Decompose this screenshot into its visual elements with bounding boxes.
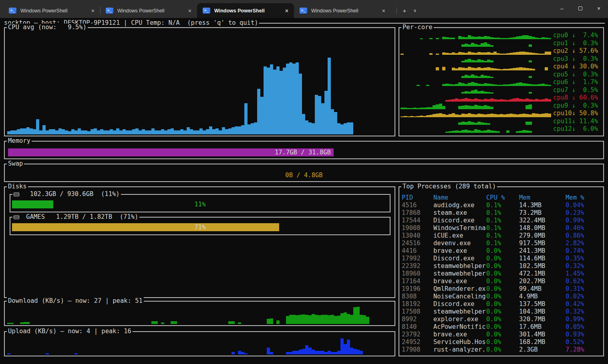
- process-mem: 917.5MB: [519, 240, 566, 247]
- chart-bar: [289, 62, 292, 134]
- chart-bar: [487, 106, 490, 109]
- chart-bar: [490, 92, 493, 94]
- chart-bar: [238, 126, 241, 134]
- disk-icon: [14, 215, 19, 219]
- chart-bar: [481, 114, 484, 117]
- chart-bar: [458, 67, 461, 70]
- chart-bar: [452, 131, 455, 133]
- chart-bar: [471, 106, 474, 109]
- chart-bar: [107, 130, 110, 134]
- chart-bar: [532, 69, 535, 70]
- chart-bar: [461, 52, 465, 55]
- chart-bar: [461, 99, 465, 102]
- chart-bar: [474, 44, 477, 47]
- process-mem: 148.0MB: [519, 224, 566, 232]
- chart-bar: [14, 130, 17, 134]
- tab-windows-powershell[interactable]: >_ Windows PowerShell ×: [3, 3, 100, 18]
- chart-bar: [487, 36, 490, 39]
- tab-windows-powershell[interactable]: >_ Windows PowerShell ×: [294, 3, 391, 18]
- powershell-icon: >_: [106, 8, 113, 14]
- col-memp: Mem %: [566, 194, 602, 202]
- chart-bar: [228, 321, 232, 324]
- chart-bar: [340, 338, 344, 354]
- process-row: 8140 AcPowerNotific 0.0% 17.6MB 0.05%: [402, 323, 602, 331]
- chart-bar: [468, 35, 471, 39]
- chart-bar: [516, 68, 519, 70]
- process-pid: 24516: [402, 240, 433, 247]
- chart-bar: [449, 131, 452, 133]
- tab-close-icon[interactable]: ×: [187, 8, 193, 14]
- process-pid: 19008: [402, 224, 433, 232]
- process-mem-percent: 0.93%: [566, 331, 602, 338]
- chart-bar: [148, 130, 151, 134]
- process-mem: 202.7MB: [519, 278, 566, 285]
- close-button[interactable]: ×: [590, 0, 608, 17]
- chart-bar: [23, 128, 26, 134]
- core-row: cpu7 ↓ 0.5%: [401, 86, 601, 94]
- tab-windows-powershell[interactable]: >_ Windows PowerShell ×: [197, 3, 294, 18]
- chart-bar: [241, 125, 244, 134]
- tab-dropdown-button[interactable]: ∨: [410, 6, 420, 16]
- process-mem: 104.3MB: [519, 308, 566, 316]
- disk-c-title: 102.3GB / 930.6GB (11%): [12, 190, 121, 198]
- core-row: cpu8 ↓ 60.6%: [401, 94, 601, 102]
- chart-bar: [542, 99, 545, 102]
- process-row: 24952 ServiceHub.Hos 0.0% 168.2MB 0.52%: [402, 338, 602, 346]
- chart-bar: [538, 38, 542, 39]
- chart-bar: [471, 114, 474, 117]
- tab-close-icon[interactable]: ×: [381, 8, 387, 14]
- chart-bar: [222, 127, 225, 134]
- chart-bar: [487, 60, 490, 62]
- chart-bar: [461, 83, 465, 86]
- chart-bar: [212, 129, 215, 134]
- chart-bar: [481, 84, 484, 86]
- process-row: 19196 QmlRenderer.ex 0.0% 99.4MB 0.31%: [402, 285, 602, 293]
- chart-bar: [296, 351, 299, 354]
- chart-bar: [477, 52, 481, 55]
- maximize-button[interactable]: [571, 0, 590, 17]
- chart-bar: [519, 52, 522, 55]
- col-name: Name: [433, 194, 486, 202]
- chart-bar: [436, 104, 439, 109]
- chart-bar: [299, 74, 302, 134]
- chart-bar: [17, 129, 20, 134]
- chart-bar: [461, 122, 465, 125]
- chart-bar: [260, 97, 264, 134]
- chart-bar: [465, 60, 468, 62]
- chart-bar: [328, 315, 331, 324]
- tab-close-icon[interactable]: ×: [284, 8, 290, 14]
- minimize-button[interactable]: –: [553, 0, 571, 17]
- disk-games-title: GAMES 1.29TB / 1.82TB (71%): [12, 213, 139, 221]
- chart-bar: [344, 123, 347, 134]
- chart-bar: [270, 64, 273, 134]
- process-mem-percent: 0.32%: [566, 308, 602, 316]
- process-mem-percent: 0.99%: [566, 217, 602, 224]
- process-cpu: 0.0%: [486, 331, 519, 338]
- core-sparkline: [401, 87, 551, 94]
- chart-bar: [267, 319, 270, 324]
- chart-bar: [308, 122, 312, 134]
- core-label: cpu10↓ 50.8%: [553, 110, 598, 117]
- chart-bar: [445, 115, 449, 117]
- new-tab-button[interactable]: +: [399, 6, 410, 16]
- process-cpu: 0.0%: [486, 316, 519, 323]
- chart-bar: [353, 307, 356, 324]
- download-title: Download (KB/s) — now: 27 | peak: 51: [7, 297, 144, 305]
- process-name: AcPowerNotific: [433, 323, 486, 331]
- chart-bar: [267, 348, 270, 354]
- chart-bar: [529, 84, 532, 86]
- chart-bar: [276, 320, 280, 324]
- chart-bar: [404, 116, 407, 117]
- tab-windows-powershell[interactable]: >_ Windows PowerShell ×: [100, 3, 197, 18]
- chart-bar: [324, 91, 328, 134]
- process-name: steamwebhelper: [433, 270, 486, 278]
- chart-bar: [458, 106, 461, 109]
- chart-bar: [477, 36, 481, 39]
- chart-bar: [187, 127, 190, 134]
- tab-close-icon[interactable]: ×: [90, 8, 96, 14]
- chart-bar: [535, 53, 538, 55]
- chart-bar: [474, 105, 477, 109]
- chart-bar: [155, 130, 158, 134]
- chart-bar: [455, 84, 458, 86]
- chart-bar: [340, 124, 344, 134]
